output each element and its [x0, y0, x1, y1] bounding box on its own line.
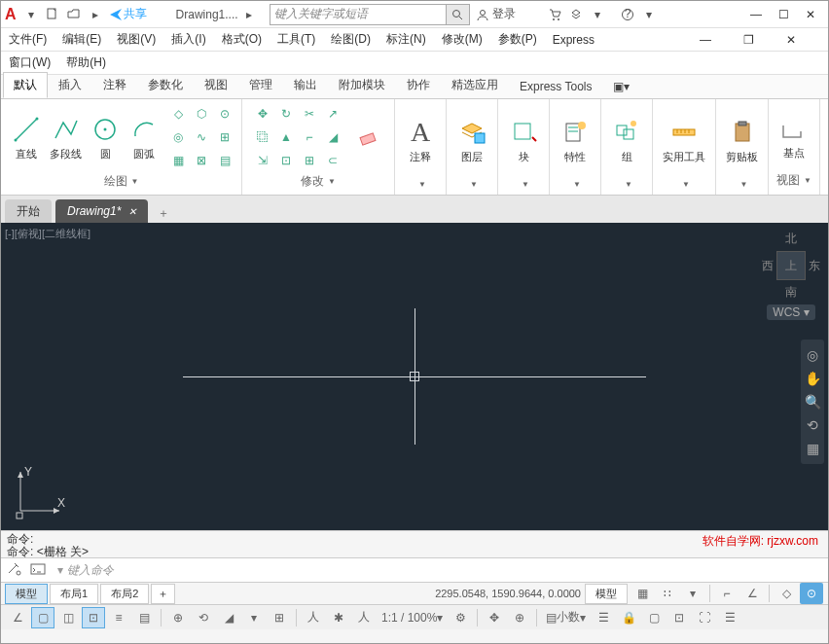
mod-fillet[interactable]: ⌐: [299, 126, 320, 148]
share-button[interactable]: 共享: [110, 6, 147, 22]
draw-sm-1[interactable]: ◇: [167, 103, 189, 125]
doc-dropdown-icon[interactable]: ▸: [239, 5, 259, 24]
viewcube[interactable]: 北 西上东 南 WCS ▾: [762, 231, 820, 320]
command-line[interactable]: ▾ 键入命令: [1, 557, 828, 583]
sb-transparency[interactable]: ▤: [132, 607, 156, 628]
command-input[interactable]: 键入命令: [67, 562, 114, 579]
mod-offset[interactable]: ⊂: [322, 150, 343, 171]
sb-annoscale[interactable]: 人: [302, 607, 325, 628]
menu-param[interactable]: 参数(P): [498, 31, 537, 48]
circle-button[interactable]: 圆: [86, 112, 125, 163]
viewcube-top[interactable]: 上: [776, 251, 806, 280]
mod-copy[interactable]: ⿻: [252, 126, 273, 148]
panel-expand-clip[interactable]: ▼: [737, 178, 748, 191]
nav-orbit-icon[interactable]: ⟲: [801, 413, 824, 437]
menu-express[interactable]: Express: [553, 33, 595, 47]
drawing-canvas[interactable]: [-][俯视][二维线框] YX 北 西上东 南 WCS ▾ ◎ ✋ 🔍 ⟲ ▦: [1, 223, 828, 530]
login-button[interactable]: 登录: [476, 6, 516, 22]
ribbon-tab-parametric[interactable]: 参数化: [137, 72, 194, 98]
clipboard-button[interactable]: 剪贴板: [722, 115, 762, 166]
sb-dynucs2[interactable]: ◢: [217, 607, 240, 628]
sb-ws[interactable]: ✥: [483, 607, 506, 628]
ribbon-tab-addins[interactable]: 附加模块: [328, 72, 396, 98]
snap-toggle[interactable]: ∷: [656, 583, 679, 604]
ribbon-tab-annotate[interactable]: 注释: [92, 72, 137, 98]
sb-lineweight[interactable]: ≡: [107, 607, 130, 628]
search-button[interactable]: [447, 4, 470, 25]
infer-toggle[interactable]: ▾: [681, 583, 704, 604]
ribbon-tab-manage[interactable]: 管理: [238, 72, 283, 98]
basepoint-button[interactable]: 基点: [775, 111, 813, 162]
ribbon-tab-insert[interactable]: 插入: [48, 72, 92, 98]
mod-array[interactable]: ⊞: [299, 150, 320, 171]
sb-3d[interactable]: ⟲: [192, 607, 215, 628]
menu-insert[interactable]: 插入(I): [171, 31, 205, 48]
panel-expand-layer[interactable]: ▼: [466, 178, 478, 191]
nav-zoom-icon[interactable]: 🔍: [801, 390, 824, 413]
layout-tab-1[interactable]: 布局1: [50, 584, 98, 604]
nav-showmotion-icon[interactable]: ▦: [801, 437, 824, 460]
mod-chamfer[interactable]: ◢: [322, 126, 343, 148]
draw-sm-8[interactable]: ⊠: [191, 150, 212, 171]
ribbon-tab-output[interactable]: 输出: [283, 72, 328, 98]
new-icon[interactable]: [43, 5, 62, 24]
sb-otrack[interactable]: ⊡: [82, 607, 105, 628]
viewport-label[interactable]: [-][俯视][二维线框]: [5, 227, 90, 241]
utilities-button[interactable]: 实用工具: [659, 115, 709, 166]
polyline-button[interactable]: 多段线: [46, 112, 86, 163]
wcs-label[interactable]: WCS ▾: [767, 304, 814, 320]
ribbon-tab-collab[interactable]: 协作: [396, 72, 441, 98]
help-dropdown-icon[interactable]: ▾: [639, 5, 659, 24]
layout-tab-add[interactable]: ＋: [151, 584, 175, 604]
ribbon-tab-express[interactable]: Express Tools: [509, 75, 602, 98]
menu-edit[interactable]: 编辑(E): [62, 31, 101, 48]
sb-clean[interactable]: ⛶: [693, 607, 716, 628]
sb-annoadd[interactable]: 人: [352, 607, 376, 628]
sb-lock[interactable]: 🔒: [617, 607, 640, 628]
grid-toggle[interactable]: ▦: [631, 583, 654, 604]
dropdown2-icon[interactable]: ▾: [588, 5, 607, 24]
sb-monitor[interactable]: ⊕: [508, 607, 531, 628]
sb-cycling[interactable]: ⊕: [166, 607, 190, 628]
doctab-drawing1[interactable]: Drawing1*✕: [55, 199, 148, 223]
doc-restore-button[interactable]: ❐: [735, 30, 762, 50]
sb-custom[interactable]: ☰: [718, 607, 741, 628]
menu-view[interactable]: 视图(V): [117, 31, 156, 48]
layout-tab-2[interactable]: 布局2: [100, 584, 149, 604]
doc-close-button[interactable]: ✕: [777, 30, 805, 50]
nav-wheel-icon[interactable]: ◎: [801, 343, 824, 367]
minimize-button[interactable]: —: [742, 5, 770, 24]
modify-eraser[interactable]: [349, 120, 388, 155]
close-button[interactable]: ✕: [797, 5, 824, 24]
panel-title-draw[interactable]: 绘图▼: [104, 171, 139, 192]
panel-expand-util[interactable]: ▼: [678, 178, 690, 191]
autodesk-icon[interactable]: [566, 5, 586, 24]
sb-dyn-ucs[interactable]: ∠: [6, 607, 29, 628]
layer-button[interactable]: 图层: [452, 115, 491, 166]
panel-title-modify[interactable]: 修改▼: [301, 171, 336, 192]
sb-filter[interactable]: ▾: [242, 607, 266, 628]
osnap-toggle[interactable]: ⊙: [800, 583, 823, 604]
mod-trim[interactable]: ✂: [299, 103, 320, 125]
panel-expand-annot[interactable]: ▼: [414, 178, 426, 191]
mod-mirror[interactable]: ▲: [275, 126, 297, 148]
mod-rotate[interactable]: ↻: [275, 103, 297, 125]
menu-file[interactable]: 文件(F): [9, 31, 47, 48]
maximize-button[interactable]: ☐: [770, 5, 797, 24]
draw-sm-9[interactable]: ▤: [214, 150, 235, 171]
group-button[interactable]: 组: [607, 115, 646, 166]
draw-sm-5[interactable]: ∿: [191, 126, 212, 148]
command-settings-icon[interactable]: [7, 561, 24, 579]
sb-gear[interactable]: ⚙: [449, 607, 472, 628]
menu-window[interactable]: 窗口(W): [9, 54, 51, 71]
sb-osnap[interactable]: ▢: [31, 607, 54, 628]
nav-pan-icon[interactable]: ✋: [801, 367, 824, 390]
draw-sm-4[interactable]: ◎: [167, 126, 189, 148]
search-input[interactable]: 键入关键字或短语: [270, 4, 447, 25]
draw-sm-6[interactable]: ⊞: [214, 126, 235, 148]
panel-expand-group[interactable]: ▼: [621, 178, 632, 191]
ortho-toggle[interactable]: ⌐: [715, 583, 739, 604]
iso-toggle[interactable]: ◇: [775, 583, 798, 604]
sb-hw[interactable]: ⊡: [667, 607, 691, 628]
doc-minimize-button[interactable]: —: [692, 30, 719, 50]
